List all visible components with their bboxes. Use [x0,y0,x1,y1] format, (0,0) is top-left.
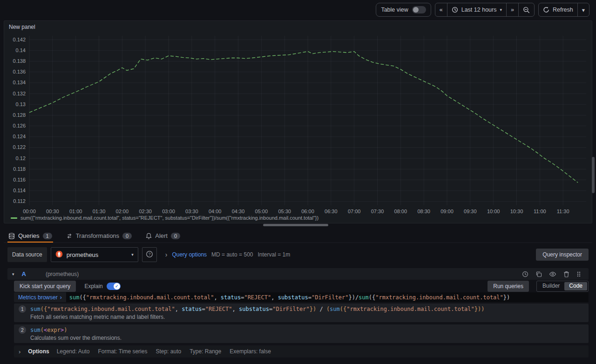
time-shift-back-button[interactable]: « [435,3,447,16]
legend-series-label: sum({"rmxtracking.inbound.mail.count.tot… [20,215,318,221]
eye-icon[interactable] [549,271,556,277]
code-token: "rmxtracking.inbound.mail.count.total" [346,306,474,312]
code-token: }) [310,306,316,312]
query-datasource-hint: (prometheus) [46,271,79,277]
x-axis-tick-label: 03:00 [162,209,175,214]
x-axis-tick-label: 03:30 [185,209,198,214]
y-axis-tick-label: 0.118 [13,166,26,172]
refresh-button[interactable]: Refresh [539,3,578,16]
database-icon [8,233,15,239]
step-number-badge: 1 [19,305,26,313]
refresh-icon [543,7,549,13]
time-shift-forward-button[interactable]: » [507,3,519,16]
vertical-scrollbar[interactable] [592,157,595,193]
x-axis-tick-label: 08:00 [394,209,407,214]
query-options-summary-row[interactable]: › Options Legend: AutoFormat: Time serie… [14,345,589,357]
table-view-label: Table view [381,7,408,13]
query-options-md: MD = auto = 500 [211,251,253,258]
datasource-picker[interactable]: prometheus ▾ [51,247,138,262]
chevron-right-icon[interactable]: › [165,251,168,258]
x-axis-tick-label: 08:30 [417,209,430,214]
explain-item-1: 1 sum({"rmxtracking.inbound.mail.count.t… [14,303,589,322]
x-axis-tick-label: 00:30 [46,209,59,214]
x-axis-tick-label: 04:30 [232,209,245,214]
table-view-toggle[interactable]: Table view [376,3,431,17]
code-token: = [308,294,312,301]
table-view-switch[interactable] [412,6,426,13]
y-axis-tick-label: 0.112 [13,198,26,204]
explain-expression: sum({"rmxtracking.inbound.mail.count.tot… [30,306,484,312]
code-token: sum [30,327,41,333]
x-axis-tick-label: 07:00 [348,209,361,214]
y-axis-tick-label: 0.136 [13,69,26,74]
collapse-chevron-icon[interactable]: ▾ [12,272,14,276]
datasource-help-button[interactable]: ? [142,247,157,262]
refresh-controls: Refresh ▾ [538,3,589,17]
refresh-interval-dropdown[interactable]: ▾ [578,3,589,16]
zoom-out-icon [523,7,530,13]
kick-start-query-button[interactable]: Kick start your query [14,281,76,292]
code-token: sum [330,306,340,312]
code-token: expr [47,327,61,333]
explain-label: Explain [84,283,102,290]
x-axis-tick-label: 02:30 [139,209,152,214]
x-axis-tick-label: 01:30 [93,209,106,214]
transform-icon [66,233,73,239]
y-axis-tick-label: 0.142 [13,37,26,42]
code-token: }) [348,294,355,301]
options-title: Options [28,348,49,355]
x-axis-tick-label: 02:00 [116,209,129,214]
bell-icon [146,233,152,239]
x-axis-tick-label: 09:30 [464,209,477,214]
time-range-picker[interactable]: Last 12 hours ▾ [447,3,507,16]
query-option-summary: Step: auto [156,348,181,355]
code-token: substatus [278,294,308,301]
tab-count-badge: 1 [43,233,52,239]
switch-knob: ✓ [114,283,120,290]
horizontal-scrollbar[interactable] [263,224,328,226]
code-token: status [182,306,202,312]
code-token: "rmxtracking.inbound.mail.count.total" [86,294,214,301]
trash-icon[interactable] [563,271,569,277]
tab-transformations[interactable]: Transformations0 [65,230,133,243]
code-mode-button[interactable]: Code [564,282,587,290]
explain-switch[interactable]: ✓ [107,283,121,290]
query-option-summary: Format: Time series [98,348,147,355]
tab-queries[interactable]: Queries1 [7,230,53,243]
query-actions [522,271,584,277]
zoom-out-button[interactable] [519,3,534,16]
x-axis-tick-label: 06:00 [301,209,314,214]
promql-code-editor[interactable]: sum({"rmxtracking.inbound.mail.count.tot… [66,292,589,302]
code-token: / [316,306,326,312]
history-icon[interactable] [522,271,528,277]
y-axis-tick-label: 0.132 [13,91,26,96]
top-toolbar: Table view « Last 12 hours ▾ » Refresh ▾ [0,0,596,20]
duplicate-icon[interactable] [535,271,542,277]
query-options-label[interactable]: Query options [172,251,207,258]
refresh-label: Refresh [553,7,573,13]
builder-mode-button[interactable]: Builder [538,282,564,290]
chevron-right-icon[interactable]: › [19,348,20,355]
panel-title: New panel [9,24,35,30]
editor-mode-segment: Builder Code [536,281,589,292]
x-axis-tick-label: 09:00 [440,209,454,214]
code-token: status [221,294,241,301]
time-series-chart[interactable]: 0.1420.140.1380.1360.1340.1320.130.1280.… [8,31,589,219]
tab-count-badge: 0 [122,233,132,239]
options-items: Legend: AutoFormat: Time seriesStep: aut… [57,348,271,355]
chevron-down-icon: ▾ [131,252,134,257]
metrics-browser-button[interactable]: Metrics browser › [14,292,66,302]
code-token: "REJECT" [244,294,271,301]
chart-legend[interactable]: sum({"rmxtracking.inbound.mail.count.tot… [11,215,318,221]
run-queries-button[interactable]: Run queries [488,281,529,292]
query-row-header[interactable]: ▾ A (prometheus) [7,268,589,280]
datasource-row: Data source prometheus ▾ ? › Query optio… [7,247,589,262]
tab-alert[interactable]: Alert0 [145,230,181,243]
drag-handle-icon[interactable] [576,271,581,277]
query-refid: A [22,270,26,277]
x-axis-tick-label: 07:30 [371,209,384,214]
y-axis-tick-label: 0.126 [13,123,26,128]
query-inspector-button[interactable]: Query inspector [536,249,589,261]
y-axis-tick-label: 0.114 [13,188,26,193]
explain-description: Calculates sum over the dimensions. [30,335,584,341]
